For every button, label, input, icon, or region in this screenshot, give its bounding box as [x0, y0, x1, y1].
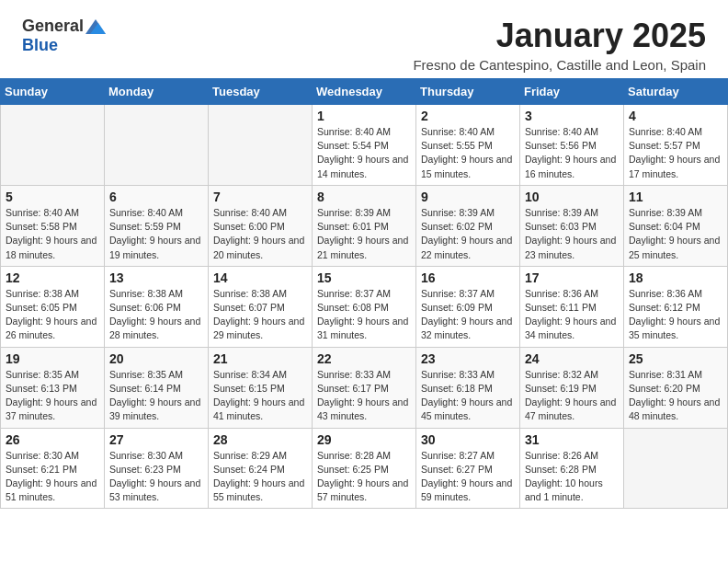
day-info: Sunrise: 8:29 AM Sunset: 6:24 PM Dayligh… [213, 449, 307, 505]
day-number: 9 [421, 190, 515, 204]
day-number: 14 [213, 270, 307, 285]
month-title: January 2025 [413, 17, 706, 55]
calendar-day-cell: 30Sunrise: 8:27 AM Sunset: 6:27 PM Dayli… [416, 428, 520, 509]
day-info: Sunrise: 8:28 AM Sunset: 6:25 PM Dayligh… [317, 449, 411, 505]
weekday-header-row: SundayMondayTuesdayWednesdayThursdayFrid… [1, 79, 728, 105]
day-info: Sunrise: 8:30 AM Sunset: 6:23 PM Dayligh… [109, 449, 203, 505]
day-info: Sunrise: 8:35 AM Sunset: 6:13 PM Dayligh… [6, 368, 99, 424]
day-number: 5 [6, 190, 99, 204]
weekday-header-cell: Saturday [624, 79, 728, 105]
day-number: 12 [6, 270, 99, 285]
calendar-day-cell: 19Sunrise: 8:35 AM Sunset: 6:13 PM Dayli… [1, 347, 105, 428]
day-number: 25 [629, 351, 722, 366]
weekday-header-cell: Monday [105, 79, 209, 105]
calendar-day-cell: 12Sunrise: 8:38 AM Sunset: 6:05 PM Dayli… [1, 266, 105, 347]
day-info: Sunrise: 8:37 AM Sunset: 6:09 PM Dayligh… [421, 287, 515, 343]
day-info: Sunrise: 8:40 AM Sunset: 5:59 PM Dayligh… [109, 206, 203, 262]
day-number: 17 [525, 270, 619, 285]
day-number: 2 [421, 109, 515, 123]
day-info: Sunrise: 8:36 AM Sunset: 6:12 PM Dayligh… [629, 287, 722, 343]
day-info: Sunrise: 8:38 AM Sunset: 6:06 PM Dayligh… [109, 287, 203, 343]
title-block: January 2025 Fresno de Cantespino, Casti… [413, 17, 706, 73]
day-info: Sunrise: 8:38 AM Sunset: 6:05 PM Dayligh… [6, 287, 99, 343]
day-number: 16 [421, 270, 515, 285]
day-number: 20 [109, 351, 203, 366]
logo-icon [85, 19, 106, 34]
calendar-day-cell: 11Sunrise: 8:39 AM Sunset: 6:04 PM Dayli… [624, 185, 728, 266]
calendar-day-cell: 13Sunrise: 8:38 AM Sunset: 6:06 PM Dayli… [105, 266, 209, 347]
calendar-day-cell: 31Sunrise: 8:26 AM Sunset: 6:28 PM Dayli… [520, 428, 624, 509]
weekday-header-cell: Sunday [1, 79, 105, 105]
calendar-day-cell: 20Sunrise: 8:35 AM Sunset: 6:14 PM Dayli… [105, 347, 209, 428]
day-number: 7 [213, 190, 307, 204]
day-info: Sunrise: 8:31 AM Sunset: 6:20 PM Dayligh… [629, 368, 722, 424]
day-number: 18 [629, 270, 722, 285]
calendar-day-cell: 10Sunrise: 8:39 AM Sunset: 6:03 PM Dayli… [520, 185, 624, 266]
page-header: General Blue January 2025 Fresno de Cant… [0, 0, 728, 78]
calendar-day-cell: 5Sunrise: 8:40 AM Sunset: 5:58 PM Daylig… [1, 185, 105, 266]
day-number: 8 [317, 190, 411, 204]
day-number: 6 [109, 190, 203, 204]
calendar-day-cell: 6Sunrise: 8:40 AM Sunset: 5:59 PM Daylig… [105, 185, 209, 266]
logo-general-text: General [22, 17, 84, 36]
weekday-header-cell: Tuesday [209, 79, 313, 105]
day-info: Sunrise: 8:38 AM Sunset: 6:07 PM Dayligh… [213, 287, 307, 343]
day-info: Sunrise: 8:40 AM Sunset: 6:00 PM Dayligh… [213, 206, 307, 262]
day-number: 26 [6, 432, 99, 447]
day-info: Sunrise: 8:30 AM Sunset: 6:21 PM Dayligh… [6, 449, 99, 505]
calendar-day-cell: 29Sunrise: 8:28 AM Sunset: 6:25 PM Dayli… [313, 428, 416, 509]
calendar-week-row: 5Sunrise: 8:40 AM Sunset: 5:58 PM Daylig… [1, 185, 728, 266]
calendar-day-cell: 2Sunrise: 8:40 AM Sunset: 5:55 PM Daylig… [416, 105, 520, 186]
calendar-day-cell: 3Sunrise: 8:40 AM Sunset: 5:56 PM Daylig… [520, 105, 624, 186]
day-number: 15 [317, 270, 411, 285]
day-info: Sunrise: 8:33 AM Sunset: 6:18 PM Dayligh… [421, 368, 515, 424]
calendar-day-cell: 24Sunrise: 8:32 AM Sunset: 6:19 PM Dayli… [520, 347, 624, 428]
calendar-day-cell: 1Sunrise: 8:40 AM Sunset: 5:54 PM Daylig… [313, 105, 416, 186]
day-info: Sunrise: 8:39 AM Sunset: 6:02 PM Dayligh… [421, 206, 515, 262]
calendar-day-cell [105, 105, 209, 186]
weekday-header-cell: Thursday [416, 79, 520, 105]
calendar-day-cell: 25Sunrise: 8:31 AM Sunset: 6:20 PM Dayli… [624, 347, 728, 428]
calendar-day-cell: 26Sunrise: 8:30 AM Sunset: 6:21 PM Dayli… [1, 428, 105, 509]
calendar-day-cell: 18Sunrise: 8:36 AM Sunset: 6:12 PM Dayli… [624, 266, 728, 347]
day-info: Sunrise: 8:33 AM Sunset: 6:17 PM Dayligh… [317, 368, 411, 424]
day-info: Sunrise: 8:40 AM Sunset: 5:58 PM Dayligh… [6, 206, 99, 262]
weekday-header-cell: Friday [520, 79, 624, 105]
calendar-day-cell: 17Sunrise: 8:36 AM Sunset: 6:11 PM Dayli… [520, 266, 624, 347]
day-info: Sunrise: 8:40 AM Sunset: 5:55 PM Dayligh… [421, 125, 515, 181]
calendar-body: 1Sunrise: 8:40 AM Sunset: 5:54 PM Daylig… [1, 105, 728, 509]
day-number: 3 [525, 109, 619, 123]
calendar-day-cell: 27Sunrise: 8:30 AM Sunset: 6:23 PM Dayli… [105, 428, 209, 509]
calendar-day-cell: 28Sunrise: 8:29 AM Sunset: 6:24 PM Dayli… [209, 428, 313, 509]
day-number: 27 [109, 432, 203, 447]
calendar-week-row: 12Sunrise: 8:38 AM Sunset: 6:05 PM Dayli… [1, 266, 728, 347]
calendar-day-cell: 14Sunrise: 8:38 AM Sunset: 6:07 PM Dayli… [209, 266, 313, 347]
calendar-day-cell: 15Sunrise: 8:37 AM Sunset: 6:08 PM Dayli… [313, 266, 416, 347]
calendar-day-cell: 21Sunrise: 8:34 AM Sunset: 6:15 PM Dayli… [209, 347, 313, 428]
calendar-day-cell: 16Sunrise: 8:37 AM Sunset: 6:09 PM Dayli… [416, 266, 520, 347]
day-number: 24 [525, 351, 619, 366]
calendar-day-cell [1, 105, 105, 186]
day-number: 22 [317, 351, 411, 366]
calendar-week-row: 1Sunrise: 8:40 AM Sunset: 5:54 PM Daylig… [1, 105, 728, 186]
logo-blue-text: Blue [22, 36, 58, 55]
day-info: Sunrise: 8:32 AM Sunset: 6:19 PM Dayligh… [525, 368, 619, 424]
day-number: 11 [629, 190, 722, 204]
weekday-header-cell: Wednesday [313, 79, 416, 105]
day-number: 21 [213, 351, 307, 366]
day-info: Sunrise: 8:37 AM Sunset: 6:08 PM Dayligh… [317, 287, 411, 343]
day-info: Sunrise: 8:39 AM Sunset: 6:01 PM Dayligh… [317, 206, 411, 262]
calendar-day-cell: 8Sunrise: 8:39 AM Sunset: 6:01 PM Daylig… [313, 185, 416, 266]
calendar-day-cell: 9Sunrise: 8:39 AM Sunset: 6:02 PM Daylig… [416, 185, 520, 266]
calendar-day-cell [624, 428, 728, 509]
calendar-day-cell: 4Sunrise: 8:40 AM Sunset: 5:57 PM Daylig… [624, 105, 728, 186]
day-number: 29 [317, 432, 411, 447]
day-info: Sunrise: 8:34 AM Sunset: 6:15 PM Dayligh… [213, 368, 307, 424]
day-info: Sunrise: 8:39 AM Sunset: 6:03 PM Dayligh… [525, 206, 619, 262]
logo: General Blue [22, 17, 106, 55]
day-info: Sunrise: 8:40 AM Sunset: 5:56 PM Dayligh… [525, 125, 619, 181]
day-number: 19 [6, 351, 99, 366]
day-info: Sunrise: 8:26 AM Sunset: 6:28 PM Dayligh… [525, 449, 619, 505]
day-info: Sunrise: 8:39 AM Sunset: 6:04 PM Dayligh… [629, 206, 722, 262]
day-info: Sunrise: 8:40 AM Sunset: 5:54 PM Dayligh… [317, 125, 411, 181]
